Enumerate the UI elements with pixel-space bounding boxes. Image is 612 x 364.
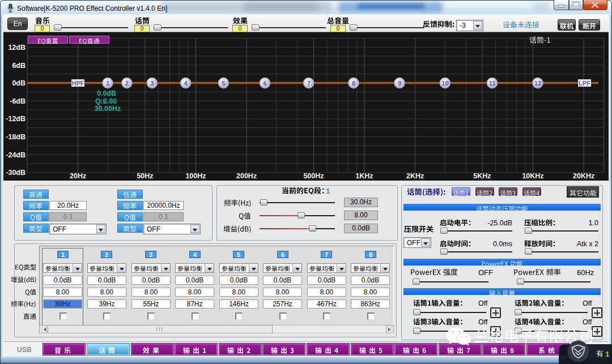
svg-text:200Hz: 200Hz bbox=[236, 172, 257, 180]
svg-text:8: 8 bbox=[352, 80, 355, 87]
svg-text:1KHz: 1KHz bbox=[355, 172, 373, 180]
svg-text:100Hz: 100Hz bbox=[185, 172, 206, 180]
svg-text:30.00Hz: 30.00Hz bbox=[95, 105, 121, 113]
svg-text:10: 10 bbox=[441, 80, 448, 87]
svg-text:1: 1 bbox=[106, 80, 109, 87]
svg-text:-18dB: -18dB bbox=[6, 133, 26, 141]
svg-text:-24dB: -24dB bbox=[6, 151, 26, 159]
svg-text:7: 7 bbox=[307, 80, 311, 87]
svg-text:0dB: 0dB bbox=[12, 79, 26, 87]
svg-text:-6dB: -6dB bbox=[10, 97, 26, 105]
svg-text:HPF: HPF bbox=[72, 80, 84, 87]
svg-text:0.0dB: 0.0dB bbox=[97, 89, 116, 97]
svg-text:20KHz: 20KHz bbox=[573, 172, 594, 180]
svg-text:-12dB: -12dB bbox=[6, 115, 26, 123]
svg-text:9: 9 bbox=[398, 80, 401, 87]
svg-text:5KHz: 5KHz bbox=[473, 172, 491, 180]
svg-text:5: 5 bbox=[222, 80, 225, 87]
svg-text:Q:8.00: Q:8.00 bbox=[95, 97, 117, 105]
svg-text:4: 4 bbox=[184, 80, 188, 87]
svg-text:500Hz: 500Hz bbox=[303, 172, 324, 180]
svg-text:12dB: 12dB bbox=[8, 44, 26, 52]
svg-text:10KHz: 10KHz bbox=[522, 172, 543, 180]
svg-text:12: 12 bbox=[534, 80, 541, 87]
svg-text:2: 2 bbox=[125, 80, 129, 87]
svg-text:6dB: 6dB bbox=[12, 62, 26, 70]
svg-text:-30dB: -30dB bbox=[6, 169, 26, 177]
svg-text:6: 6 bbox=[263, 80, 266, 87]
svg-text:11: 11 bbox=[489, 80, 496, 87]
svg-text:20Hz: 20Hz bbox=[70, 172, 86, 180]
svg-text:50Hz: 50Hz bbox=[137, 172, 153, 180]
svg-text:LPF: LPF bbox=[579, 80, 590, 87]
svg-text:2KHz: 2KHz bbox=[406, 172, 424, 180]
svg-text:3: 3 bbox=[150, 80, 154, 87]
